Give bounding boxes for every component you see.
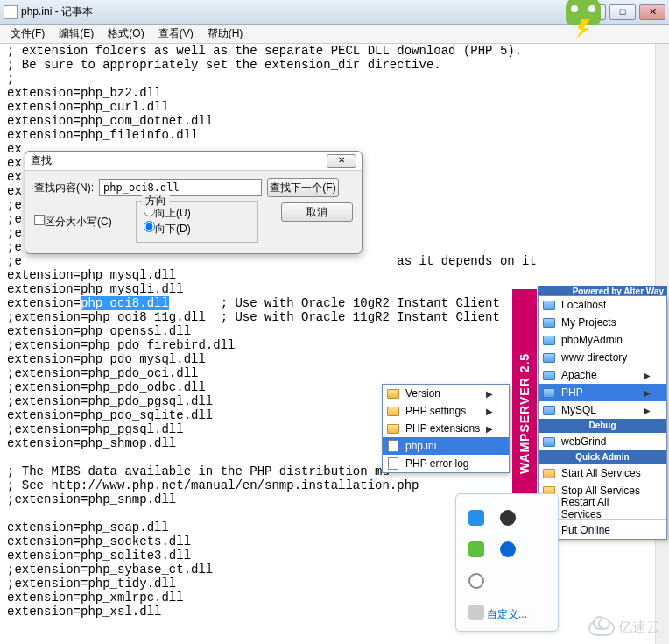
find-input[interactable] <box>99 179 262 196</box>
wamp-tray-icon[interactable] <box>468 541 484 557</box>
close-button[interactable]: ✕ <box>639 4 665 20</box>
watermark: 亿速云 <box>588 619 660 637</box>
tray-icon[interactable] <box>468 573 484 589</box>
customize-link[interactable]: 自定义... <box>456 607 558 622</box>
match-case-checkbox[interactable]: 区分大小写(C) <box>34 215 112 230</box>
find-label: 查找内容(N): <box>34 180 94 195</box>
tray-popup: 自定义... <box>455 493 559 632</box>
menu-item[interactable]: PHP settings▶ <box>383 402 509 420</box>
tray-icon[interactable] <box>468 510 484 526</box>
direction-label: 方向 <box>142 194 170 209</box>
direction-down-radio[interactable]: 向下(D) <box>144 221 191 237</box>
menu-item[interactable]: My Projects <box>539 314 666 331</box>
tray-icon[interactable] <box>500 541 516 557</box>
find-close-button[interactable]: ✕ <box>327 154 356 168</box>
find-title: 查找 <box>31 153 327 168</box>
mascot-icon <box>557 0 609 40</box>
menu-format[interactable]: 格式(O) <box>101 25 151 43</box>
menu-item[interactable]: phpMyAdmin <box>539 331 666 349</box>
menu-item[interactable]: webGrind <box>539 433 666 450</box>
find-next-button[interactable]: 查找下一个(F) <box>267 178 339 197</box>
menu-item[interactable]: Localhost <box>539 296 666 314</box>
cloud-icon <box>588 620 615 636</box>
menu-edit[interactable]: 编辑(E) <box>52 25 101 43</box>
menu-item[interactable]: php.ini <box>383 437 509 455</box>
menu-item[interactable]: www directory <box>539 349 666 366</box>
menu-item[interactable]: PHP extensions▶ <box>383 420 509 437</box>
tray-icon <box>500 573 516 589</box>
menu-file[interactable]: 文件(F) <box>4 25 52 43</box>
menu-item[interactable]: MySQL▶ <box>539 401 666 419</box>
menu-item[interactable]: Apache▶ <box>539 366 666 384</box>
tray-icon[interactable] <box>500 510 516 526</box>
menu-item[interactable]: Start All Services <box>539 464 666 482</box>
menu-view[interactable]: 查看(V) <box>151 25 201 43</box>
cancel-button[interactable]: 取消 <box>281 202 353 222</box>
menu-item[interactable]: PHP▶ <box>539 384 666 401</box>
menu-help[interactable]: 帮助(H) <box>201 25 250 43</box>
document-icon <box>4 5 18 19</box>
menu-item[interactable]: PHP error log <box>383 455 509 472</box>
find-dialog: 查找 ✕ 查找内容(N): 查找下一个(F) 区分大小写(C) 方向 向上(U)… <box>25 151 363 254</box>
menu-item[interactable]: Version▶ <box>383 385 509 402</box>
maximize-button[interactable]: □ <box>609 4 636 20</box>
php-submenu: Version▶PHP settings▶PHP extensions▶php.… <box>382 384 510 473</box>
